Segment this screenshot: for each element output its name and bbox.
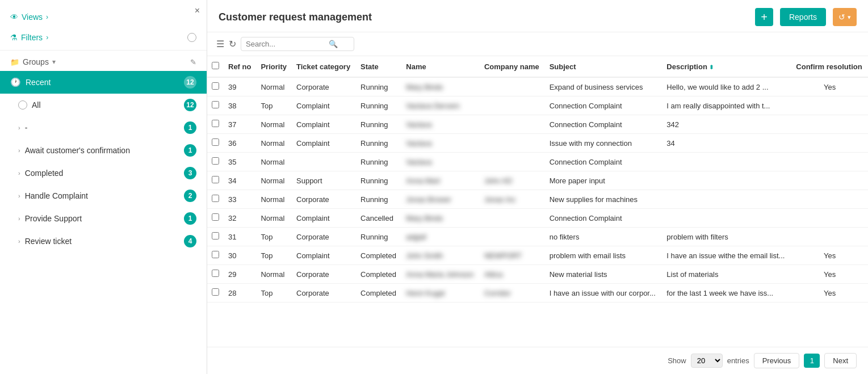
table-container: Ref no Priority Ticket category State Na… [207, 56, 868, 347]
row-name: Mary Binds [401, 209, 480, 228]
search-input[interactable] [246, 40, 325, 48]
col-state[interactable]: State [356, 56, 401, 77]
edit-icon[interactable]: ✎ [190, 58, 196, 66]
menu-icon[interactable]: ☰ [216, 39, 224, 49]
col-company-name[interactable]: Company name [480, 56, 545, 77]
row-checkbox[interactable] [212, 270, 219, 277]
search-icon[interactable]: 🔍 [329, 40, 338, 48]
sidebar-item-review-ticket[interactable]: › Review ticket 4 [0, 230, 207, 253]
sidebar-item-await[interactable]: › Await customer's confirmation 1 [0, 139, 207, 162]
close-icon[interactable]: × [195, 6, 200, 16]
col-description[interactable]: Description ⬍ [662, 56, 791, 77]
sidebar-views[interactable]: 👁 Views › [0, 7, 207, 27]
col-name[interactable]: Name [401, 56, 480, 77]
row-description [662, 153, 791, 171]
row-priority: Top [256, 228, 292, 246]
row-confirm-resolution [791, 96, 868, 115]
row-description: for the last 1 week we have iss... [662, 284, 791, 302]
row-subject: Connection Complaint [545, 96, 662, 115]
row-confirm-resolution [791, 153, 868, 171]
table-row[interactable]: 36 Normal Complaint Running Vaclava Issu… [207, 134, 868, 153]
review-ticket-badge: 4 [184, 235, 196, 247]
table-row[interactable]: 37 Normal Complaint Running Vaclava Conn… [207, 115, 868, 134]
row-subject: Connection Complaint [545, 115, 662, 134]
row-name: John Smith [401, 246, 480, 265]
row-checkbox-cell [207, 77, 224, 96]
row-state: Running [356, 77, 401, 96]
row-subject: Expand of business services [545, 77, 662, 96]
row-checkbox[interactable] [212, 213, 219, 221]
row-checkbox-cell [207, 190, 224, 209]
page-title: Customer request management [219, 11, 748, 23]
row-checkbox[interactable] [212, 120, 219, 127]
row-priority: Normal [256, 171, 292, 190]
row-confirm-resolution [791, 209, 868, 228]
col-priority[interactable]: Priority [256, 56, 292, 77]
row-name: Vaclava [401, 115, 480, 134]
row-checkbox[interactable] [212, 157, 219, 165]
table-row[interactable]: 29 Normal Corporate Completed Anna Maria… [207, 265, 868, 284]
reports-button[interactable]: Reports [780, 8, 826, 26]
sidebar-item-completed[interactable]: › Completed 3 [0, 162, 207, 184]
row-state: Running [356, 134, 401, 153]
row-checkbox-cell [207, 153, 224, 171]
row-checkbox[interactable] [212, 101, 219, 108]
select-all-checkbox-header[interactable] [207, 56, 224, 77]
row-checkbox-cell [207, 134, 224, 153]
row-description: List of materials [662, 265, 791, 284]
page-1-button[interactable]: 1 [804, 354, 820, 368]
row-state: Completed [356, 284, 401, 302]
row-state: Running [356, 190, 401, 209]
col-ref-no[interactable]: Ref no [224, 56, 256, 77]
sidebar-item-dash[interactable]: › - 1 [0, 116, 207, 139]
row-checkbox[interactable] [212, 138, 219, 146]
refresh-toolbar-icon[interactable]: ↻ [229, 39, 236, 49]
sidebar-item-handle-complaint[interactable]: › Handle Complaint 2 [0, 184, 207, 207]
row-checkbox[interactable] [212, 251, 219, 258]
orange-action-button[interactable]: ↺ ▾ [833, 8, 857, 26]
row-checkbox[interactable] [212, 82, 219, 90]
groups-label[interactable]: Groups ▾ [23, 57, 187, 66]
next-button[interactable]: Next [824, 353, 857, 368]
row-ticket-category: Complaint [292, 96, 356, 115]
row-checkbox[interactable] [212, 232, 219, 239]
row-company-name: John AD [480, 171, 545, 190]
row-company-name: NEWPORT [480, 246, 545, 265]
table-row[interactable]: 39 Normal Corporate Running Mary Binds E… [207, 77, 868, 96]
requests-table: Ref no Priority Ticket category State Na… [207, 56, 868, 302]
table-row[interactable]: 32 Normal Complaint Cancelled Mary Binds… [207, 209, 868, 228]
row-subject: New supplies for machines [545, 190, 662, 209]
row-ref-no: 31 [224, 228, 256, 246]
col-subject[interactable]: Subject [545, 56, 662, 77]
completed-badge: 3 [184, 167, 196, 179]
sidebar-item-recent[interactable]: 🕐 Recent 12 [0, 71, 207, 94]
row-name: Jonas Brower [401, 190, 480, 209]
show-entries-select[interactable]: 20 10 50 100 [691, 354, 723, 368]
row-checkbox[interactable] [212, 195, 219, 202]
sidebar-item-provide-support[interactable]: › Provide Support 1 [0, 207, 207, 230]
table-row[interactable]: 30 Top Complaint Completed John Smith NE… [207, 246, 868, 265]
row-subject: I have an issue with our corpor... [545, 284, 662, 302]
col-ticket-category[interactable]: Ticket category [292, 56, 356, 77]
select-all-checkbox[interactable] [212, 62, 219, 69]
table-row[interactable]: 28 Top Corporate Completed Henri Kugal C… [207, 284, 868, 302]
row-ref-no: 35 [224, 153, 256, 171]
row-confirm-resolution: Yes [791, 265, 868, 284]
row-confirm-resolution: Yes [791, 246, 868, 265]
row-state: Running [356, 115, 401, 134]
row-checkbox[interactable] [212, 288, 219, 296]
table-row[interactable]: 35 Normal Running Vaclava Connection Com… [207, 153, 868, 171]
table-row[interactable]: 31 Top Corporate Running adglaf no fikte… [207, 228, 868, 246]
add-button[interactable]: + [755, 8, 773, 26]
row-priority: Top [256, 96, 292, 115]
row-ticket-category: Corporate [292, 265, 356, 284]
sidebar-filters[interactable]: ⚗ Filters › [0, 27, 207, 48]
row-checkbox[interactable] [212, 176, 219, 183]
table-row[interactable]: 33 Normal Corporate Running Jonas Brower… [207, 190, 868, 209]
table-row[interactable]: 34 Normal Support Running Anna Mart John… [207, 171, 868, 190]
col-confirm-resolution[interactable]: Confirm resolution [791, 56, 868, 77]
sidebar-item-all[interactable]: All 12 [0, 94, 207, 116]
previous-button[interactable]: Previous [754, 353, 800, 368]
row-confirm-resolution [791, 228, 868, 246]
table-row[interactable]: 38 Top Complaint Running Vaclava Dervem … [207, 96, 868, 115]
